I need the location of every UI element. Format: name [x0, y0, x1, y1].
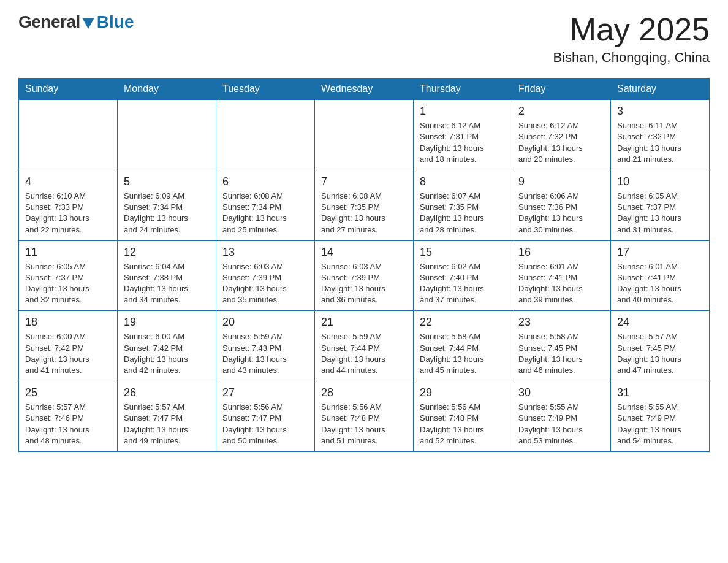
calendar-cell-5-6: 30Sunrise: 5:55 AM Sunset: 7:49 PM Dayli… — [512, 381, 611, 452]
day-number: 4 — [25, 175, 111, 188]
calendar-cell-5-4: 28Sunrise: 5:56 AM Sunset: 7:48 PM Dayli… — [315, 381, 414, 452]
day-info: Sunrise: 5:55 AM Sunset: 7:49 PM Dayligh… — [518, 402, 604, 446]
calendar-cell-5-5: 29Sunrise: 5:56 AM Sunset: 7:48 PM Dayli… — [414, 381, 512, 452]
day-number: 5 — [124, 175, 210, 188]
day-number: 11 — [25, 246, 111, 259]
day-number: 2 — [518, 105, 604, 118]
day-info: Sunrise: 6:00 AM Sunset: 7:42 PM Dayligh… — [124, 331, 210, 376]
calendar-cell-3-5: 15Sunrise: 6:02 AM Sunset: 7:40 PM Dayli… — [414, 240, 512, 311]
day-number: 18 — [25, 316, 111, 329]
calendar-cell-4-6: 23Sunrise: 5:58 AM Sunset: 7:45 PM Dayli… — [512, 311, 611, 381]
day-info: Sunrise: 6:04 AM Sunset: 7:38 PM Dayligh… — [124, 261, 210, 306]
calendar-cell-4-3: 20Sunrise: 5:59 AM Sunset: 7:43 PM Dayli… — [216, 311, 315, 381]
col-thursday: Thursday — [414, 79, 512, 100]
month-year-title: May 2025 — [553, 12, 710, 47]
day-info: Sunrise: 5:59 AM Sunset: 7:44 PM Dayligh… — [321, 331, 407, 376]
day-number: 20 — [222, 316, 308, 329]
calendar-cell-3-7: 17Sunrise: 6:01 AM Sunset: 7:41 PM Dayli… — [611, 240, 710, 311]
col-saturday: Saturday — [611, 79, 710, 100]
col-wednesday: Wednesday — [315, 79, 414, 100]
calendar-cell-5-2: 26Sunrise: 5:57 AM Sunset: 7:47 PM Dayli… — [118, 381, 216, 452]
day-info: Sunrise: 5:57 AM Sunset: 7:46 PM Dayligh… — [25, 402, 111, 446]
day-number: 17 — [617, 246, 703, 259]
day-number: 29 — [420, 386, 506, 399]
day-number: 14 — [321, 246, 407, 259]
logo-blue-text: Blue — [97, 12, 134, 32]
calendar-cell-2-4: 7Sunrise: 6:08 AM Sunset: 7:35 PM Daylig… — [315, 170, 414, 240]
col-friday: Friday — [512, 79, 611, 100]
calendar-cell-1-3 — [216, 100, 315, 170]
calendar-header-row: Sunday Monday Tuesday Wednesday Thursday… — [19, 79, 710, 100]
day-info: Sunrise: 5:56 AM Sunset: 7:47 PM Dayligh… — [222, 402, 308, 446]
calendar-cell-3-2: 12Sunrise: 6:04 AM Sunset: 7:38 PM Dayli… — [118, 240, 216, 311]
calendar-cell-4-5: 22Sunrise: 5:58 AM Sunset: 7:44 PM Dayli… — [414, 311, 512, 381]
day-info: Sunrise: 6:00 AM Sunset: 7:42 PM Dayligh… — [25, 331, 111, 376]
day-info: Sunrise: 5:59 AM Sunset: 7:43 PM Dayligh… — [222, 331, 308, 376]
day-info: Sunrise: 5:56 AM Sunset: 7:48 PM Dayligh… — [321, 402, 407, 446]
logo-triangle-icon — [82, 18, 94, 29]
day-number: 19 — [124, 316, 210, 329]
day-info: Sunrise: 6:12 AM Sunset: 7:31 PM Dayligh… — [420, 120, 506, 165]
day-info: Sunrise: 6:05 AM Sunset: 7:37 PM Dayligh… — [25, 261, 111, 306]
calendar-cell-1-7: 3Sunrise: 6:11 AM Sunset: 7:32 PM Daylig… — [611, 100, 710, 170]
calendar-cell-2-6: 9Sunrise: 6:06 AM Sunset: 7:36 PM Daylig… — [512, 170, 611, 240]
calendar-cell-4-4: 21Sunrise: 5:59 AM Sunset: 7:44 PM Dayli… — [315, 311, 414, 381]
calendar-cell-1-6: 2Sunrise: 6:12 AM Sunset: 7:32 PM Daylig… — [512, 100, 611, 170]
day-number: 24 — [617, 316, 703, 329]
logo: General Blue — [18, 12, 134, 32]
day-info: Sunrise: 6:06 AM Sunset: 7:36 PM Dayligh… — [518, 191, 604, 236]
day-number: 30 — [518, 386, 604, 399]
calendar-cell-4-7: 24Sunrise: 5:57 AM Sunset: 7:45 PM Dayli… — [611, 311, 710, 381]
calendar-cell-2-1: 4Sunrise: 6:10 AM Sunset: 7:33 PM Daylig… — [19, 170, 118, 240]
day-number: 25 — [25, 386, 111, 399]
day-info: Sunrise: 5:55 AM Sunset: 7:49 PM Dayligh… — [617, 402, 703, 446]
day-info: Sunrise: 6:12 AM Sunset: 7:32 PM Dayligh… — [518, 120, 604, 165]
calendar-cell-5-3: 27Sunrise: 5:56 AM Sunset: 7:47 PM Dayli… — [216, 381, 315, 452]
day-info: Sunrise: 5:58 AM Sunset: 7:45 PM Dayligh… — [518, 331, 604, 376]
day-number: 31 — [617, 386, 703, 399]
day-number: 27 — [222, 386, 308, 399]
calendar-cell-3-1: 11Sunrise: 6:05 AM Sunset: 7:37 PM Dayli… — [19, 240, 118, 311]
day-info: Sunrise: 5:56 AM Sunset: 7:48 PM Dayligh… — [420, 402, 506, 446]
day-number: 28 — [321, 386, 407, 399]
day-number: 6 — [222, 175, 308, 188]
day-info: Sunrise: 6:05 AM Sunset: 7:37 PM Dayligh… — [617, 191, 703, 236]
calendar-cell-2-3: 6Sunrise: 6:08 AM Sunset: 7:34 PM Daylig… — [216, 170, 315, 240]
day-number: 15 — [420, 246, 506, 259]
calendar-cell-3-4: 14Sunrise: 6:03 AM Sunset: 7:39 PM Dayli… — [315, 240, 414, 311]
title-section: May 2025 Bishan, Chongqing, China — [553, 12, 710, 66]
calendar-cell-1-5: 1Sunrise: 6:12 AM Sunset: 7:31 PM Daylig… — [414, 100, 512, 170]
calendar-cell-4-1: 18Sunrise: 6:00 AM Sunset: 7:42 PM Dayli… — [19, 311, 118, 381]
calendar-cell-3-3: 13Sunrise: 6:03 AM Sunset: 7:39 PM Dayli… — [216, 240, 315, 311]
page-header: General Blue May 2025 Bishan, Chongqing,… — [18, 12, 710, 66]
calendar-cell-1-4 — [315, 100, 414, 170]
calendar-cell-3-6: 16Sunrise: 6:01 AM Sunset: 7:41 PM Dayli… — [512, 240, 611, 311]
day-info: Sunrise: 6:03 AM Sunset: 7:39 PM Dayligh… — [222, 261, 308, 306]
calendar-table: Sunday Monday Tuesday Wednesday Thursday… — [18, 78, 710, 452]
day-number: 16 — [518, 246, 604, 259]
calendar-cell-2-5: 8Sunrise: 6:07 AM Sunset: 7:35 PM Daylig… — [414, 170, 512, 240]
day-number: 10 — [617, 175, 703, 188]
day-info: Sunrise: 6:01 AM Sunset: 7:41 PM Dayligh… — [518, 261, 604, 306]
day-info: Sunrise: 5:57 AM Sunset: 7:47 PM Dayligh… — [124, 402, 210, 446]
week-row-5: 25Sunrise: 5:57 AM Sunset: 7:46 PM Dayli… — [19, 381, 710, 452]
day-info: Sunrise: 6:07 AM Sunset: 7:35 PM Dayligh… — [420, 191, 506, 236]
week-row-2: 4Sunrise: 6:10 AM Sunset: 7:33 PM Daylig… — [19, 170, 710, 240]
day-info: Sunrise: 6:10 AM Sunset: 7:33 PM Dayligh… — [25, 191, 111, 236]
day-number: 26 — [124, 386, 210, 399]
day-info: Sunrise: 5:58 AM Sunset: 7:44 PM Dayligh… — [420, 331, 506, 376]
calendar-cell-2-7: 10Sunrise: 6:05 AM Sunset: 7:37 PM Dayli… — [611, 170, 710, 240]
week-row-1: 1Sunrise: 6:12 AM Sunset: 7:31 PM Daylig… — [19, 100, 710, 170]
logo-general-text: General — [18, 12, 80, 32]
day-number: 21 — [321, 316, 407, 329]
day-info: Sunrise: 6:08 AM Sunset: 7:34 PM Dayligh… — [222, 191, 308, 236]
calendar-cell-2-2: 5Sunrise: 6:09 AM Sunset: 7:34 PM Daylig… — [118, 170, 216, 240]
day-number: 23 — [518, 316, 604, 329]
calendar-cell-5-7: 31Sunrise: 5:55 AM Sunset: 7:49 PM Dayli… — [611, 381, 710, 452]
day-info: Sunrise: 6:11 AM Sunset: 7:32 PM Dayligh… — [617, 120, 703, 165]
day-number: 22 — [420, 316, 506, 329]
day-info: Sunrise: 6:01 AM Sunset: 7:41 PM Dayligh… — [617, 261, 703, 306]
col-tuesday: Tuesday — [216, 79, 315, 100]
day-number: 1 — [420, 105, 506, 118]
calendar-cell-5-1: 25Sunrise: 5:57 AM Sunset: 7:46 PM Dayli… — [19, 381, 118, 452]
